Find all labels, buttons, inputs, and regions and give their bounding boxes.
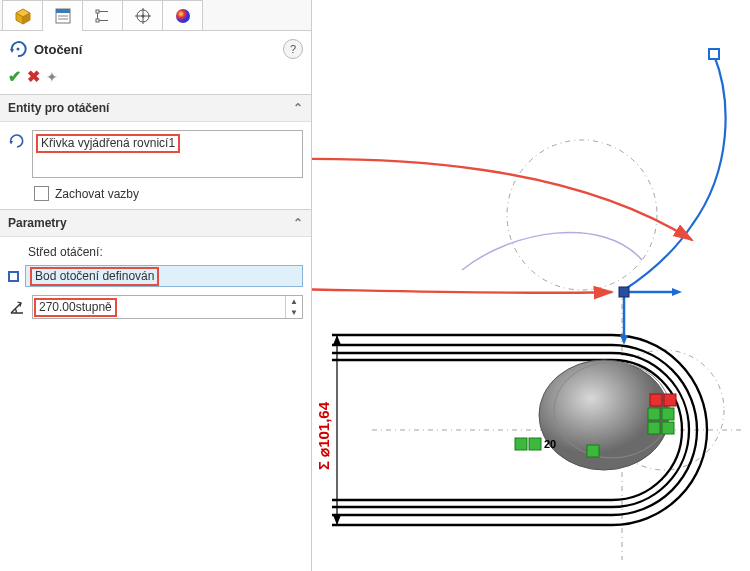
svg-point-18 <box>17 48 20 51</box>
svg-marker-30 <box>672 288 682 296</box>
color-ball-icon <box>174 7 192 25</box>
angle-value: 270.00stupně <box>34 298 117 317</box>
pin-button[interactable]: ✦ <box>46 69 58 85</box>
tab-appearances[interactable] <box>162 0 203 30</box>
chevron-up-icon <box>293 101 303 115</box>
graphics-viewport[interactable]: Σ ⌀101,64 20 <box>312 0 750 571</box>
property-manager-panel: Otočení ? ✔ ✖ ✦ Entity pro otáčení Křivk… <box>0 0 312 571</box>
help-button[interactable]: ? <box>283 39 303 59</box>
property-panel-icon <box>54 7 72 25</box>
svg-rect-33 <box>619 287 629 297</box>
svg-marker-35 <box>333 335 341 345</box>
rotate-feature-icon <box>8 39 28 59</box>
svg-rect-46 <box>529 438 541 450</box>
chevron-up-icon <box>293 216 303 230</box>
svg-marker-19 <box>10 141 14 145</box>
angle-spinner[interactable]: ▲ ▼ <box>285 296 302 318</box>
svg-marker-36 <box>333 515 341 525</box>
svg-rect-43 <box>662 422 674 434</box>
center-point-row: Bod otočení definován <box>8 265 303 287</box>
svg-marker-17 <box>10 49 14 53</box>
spin-up-icon[interactable]: ▲ <box>286 296 302 307</box>
svg-text:Σ ⌀101,64: Σ ⌀101,64 <box>315 401 332 470</box>
rotate-entity-icon <box>8 132 26 150</box>
tab-feature-tree[interactable] <box>2 0 43 30</box>
entities-section-header[interactable]: Entity pro otáčení <box>0 94 311 122</box>
tab-configuration[interactable] <box>82 0 123 30</box>
angle-row: 270.00stupně ▲ ▼ <box>8 295 303 319</box>
center-point-value: Bod otočení definován <box>30 267 159 286</box>
feature-title-row: Otočení ? <box>0 31 311 63</box>
point-marker-icon <box>8 271 19 282</box>
tab-property-manager[interactable] <box>42 0 83 30</box>
svg-rect-7 <box>96 10 99 13</box>
confirm-row: ✔ ✖ ✦ <box>0 63 311 94</box>
keep-constraints-row: Zachovat vazby <box>0 178 311 209</box>
spin-down-icon[interactable]: ▼ <box>286 307 302 318</box>
svg-point-22 <box>507 140 657 290</box>
feature-title: Otočení <box>34 42 82 57</box>
params-section-title: Parametry <box>8 216 67 230</box>
params-section-body: Střed otáčení: Bod otočení definován 270… <box>0 237 311 327</box>
svg-rect-48 <box>664 394 676 406</box>
svg-rect-42 <box>648 422 660 434</box>
svg-rect-40 <box>648 408 660 420</box>
svg-rect-28 <box>709 49 719 59</box>
entities-section-title: Entity pro otáčení <box>8 101 109 115</box>
angle-input[interactable]: 270.00stupně ▲ ▼ <box>32 295 303 319</box>
keep-constraints-checkbox[interactable] <box>34 186 49 201</box>
sketch-note-value: 20 <box>544 438 556 450</box>
center-point-input[interactable]: Bod otočení definován <box>25 265 303 287</box>
keep-constraints-label: Zachovat vazby <box>55 187 139 201</box>
entity-item-0[interactable]: Křivka vyjádřená rovnicí1 <box>36 134 180 153</box>
ok-button[interactable]: ✔ <box>8 67 21 86</box>
angle-icon <box>8 298 26 316</box>
svg-rect-41 <box>662 408 674 420</box>
svg-point-15 <box>141 14 144 17</box>
tree-config-icon <box>94 7 112 25</box>
entities-selection-row: Křivka vyjádřená rovnicí1 <box>0 122 311 178</box>
cube-gold-icon <box>14 7 32 25</box>
diameter-dimension: 101,64 <box>315 401 332 448</box>
target-icon <box>134 7 152 25</box>
svg-marker-32 <box>620 335 628 345</box>
svg-rect-8 <box>96 19 99 22</box>
params-section-header[interactable]: Parametry <box>0 209 311 237</box>
entities-list-box[interactable]: Křivka vyjádřená rovnicí1 <box>32 130 303 178</box>
center-label: Střed otáčení: <box>8 241 303 265</box>
tab-dimxpert[interactable] <box>122 0 163 30</box>
svg-rect-4 <box>56 9 70 13</box>
property-manager-tabs <box>0 0 311 31</box>
svg-rect-45 <box>515 438 527 450</box>
cancel-button[interactable]: ✖ <box>27 67 40 86</box>
svg-rect-44 <box>587 445 599 457</box>
svg-point-16 <box>176 9 190 23</box>
svg-rect-47 <box>650 394 662 406</box>
